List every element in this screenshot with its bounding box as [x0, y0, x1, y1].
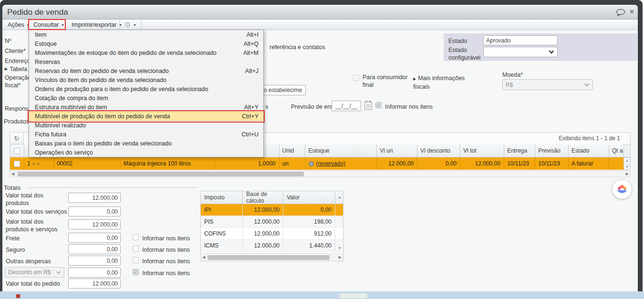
- tax-row-icms[interactable]: ICMS 12.000,00 1.440,00 ▼: [201, 240, 343, 252]
- menu-item-baixas[interactable]: Baixas para o item do pedido de venda se…: [29, 139, 263, 148]
- menu-item-estoque[interactable]: EstoqueAlt+Q: [29, 39, 263, 48]
- row-entrega-cell: 10/11/23: [504, 157, 535, 170]
- mais-informacoes-expander[interactable]: ▶Mais informações fiscais: [413, 73, 474, 91]
- consumidor-final-checkbox[interactable]: [353, 75, 359, 81]
- row-codigo-cell: 00002: [54, 157, 121, 170]
- scroll-left-icon[interactable]: ◀: [202, 256, 205, 259]
- seguro-field[interactable]: 0,00: [68, 244, 121, 254]
- scroll-down-icon[interactable]: ▼: [625, 165, 629, 168]
- header-unid[interactable]: Unid: [280, 144, 306, 157]
- clickup-logo[interactable]: [613, 180, 632, 199]
- select-all-checkbox[interactable]: [14, 148, 20, 154]
- imprimir-exportar-menu-button[interactable]: Imprimir/exportar▾: [68, 20, 125, 30]
- header-estado[interactable]: Estado: [569, 144, 609, 157]
- totais-divider: [27, 187, 198, 188]
- scroll-down-icon[interactable]: ▼: [338, 246, 342, 250]
- row-number-cell: 1 ∧ ∨: [24, 157, 54, 170]
- tax-row-pis[interactable]: PIS 12.000,00 198,00: [201, 216, 343, 228]
- header-qt-a[interactable]: Qt a: [609, 144, 623, 157]
- row-checkbox[interactable]: [14, 161, 20, 167]
- menu-item-reservas[interactable]: Reservas: [29, 57, 263, 66]
- menu-item-multinivel-realizado[interactable]: Multinível realizado: [29, 121, 263, 130]
- menu-item-ordens-producao[interactable]: Ordens de produção para o item do pedido…: [29, 84, 263, 93]
- estabelecimento-field[interactable]: do estabelecime: [258, 85, 306, 95]
- reservado-link[interactable]: (reservado): [316, 160, 345, 167]
- total-produtos-servicos-field[interactable]: 12.000,00: [68, 219, 121, 229]
- scroll-right-icon[interactable]: ▶: [626, 172, 629, 176]
- total-produtos-field[interactable]: 12.000,00: [68, 193, 121, 203]
- chevron-down-icon: [584, 83, 590, 87]
- menu-item-estrutura-multinivel[interactable]: Estrutura multinível do itemAlt+Y: [29, 103, 263, 112]
- table-row[interactable]: 1 ∧ ∨ 00002 Máquina Injetora 100 litros …: [10, 157, 623, 170]
- scroll-left-icon[interactable]: ◀: [11, 172, 14, 176]
- header-entrega[interactable]: Entrega: [504, 144, 535, 157]
- total-servicos-field[interactable]: 0,00: [68, 206, 121, 217]
- title-bar: [2, 5, 638, 20]
- tax-header-imposto[interactable]: Imposto: [201, 191, 243, 204]
- menu-item-reservas-item[interactable]: Reservas do item do pedido de venda sele…: [29, 66, 263, 75]
- table-vertical-scrollbar[interactable]: ▲ ▼: [623, 157, 631, 170]
- estado-configuravel-select[interactable]: [483, 47, 558, 57]
- menu-item-operacoes-servico[interactable]: Operações do serviço: [29, 148, 263, 157]
- numero-label: Nº: [5, 37, 11, 45]
- tax-row-ipi[interactable]: IPI 12.000,00 0,00 ▲: [201, 204, 343, 216]
- header-vl-un[interactable]: Vl un: [377, 144, 417, 157]
- expand-icon: ▶: [413, 77, 416, 81]
- menu-item-ficha-futura[interactable]: Ficha futuraCtrl+U: [29, 130, 263, 139]
- comment-icon[interactable]: [615, 9, 626, 18]
- total-produtos-servicos-label: Valor total dos produtos e serviços: [6, 218, 65, 234]
- check-icon: ✓: [134, 270, 137, 275]
- page-title: Pedido de venda: [7, 8, 68, 17]
- tax-header-base[interactable]: Base de cálculo: [243, 191, 283, 204]
- tabela-label: Tabela: [10, 65, 27, 73]
- scroll-right-icon[interactable]: ▶: [339, 256, 342, 259]
- row-select-cell[interactable]: [10, 157, 24, 170]
- frete-informar-checkbox[interactable]: [133, 234, 139, 240]
- desconto-select[interactable]: Desconto em R$: [5, 267, 64, 278]
- previsao-informar-checkbox[interactable]: ✓: [375, 102, 382, 108]
- menu-item-vinculos[interactable]: Vínculos do item do pedido de venda sele…: [29, 75, 263, 84]
- desconto-field[interactable]: 0,00: [68, 268, 121, 278]
- outras-despesas-label: Outras despesas: [6, 258, 51, 265]
- consultar-menu-button[interactable]: Consultar▾: [30, 20, 68, 30]
- tax-row-cofins[interactable]: COFINS 12.000,00 912,00: [201, 228, 343, 240]
- refresh-button[interactable]: ↻: [10, 132, 24, 144]
- scrollbar-thumb[interactable]: [208, 255, 330, 260]
- scroll-up-icon[interactable]: ▲: [625, 159, 629, 162]
- check-icon: ✓: [376, 103, 380, 108]
- seguro-informar-checkbox[interactable]: [133, 246, 139, 252]
- move-up-icon[interactable]: ∧: [32, 162, 35, 166]
- table-horizontal-scrollbar[interactable]: ◀ ▶: [10, 170, 631, 177]
- header-estoque[interactable]: Estoque: [305, 144, 377, 157]
- close-icon[interactable]: ✕: [629, 8, 634, 15]
- refresh-icon: ↻: [14, 135, 20, 142]
- toolbar-separator: [119, 20, 120, 30]
- tax-horizontal-scrollbar[interactable]: ◀ ▶: [201, 253, 343, 261]
- estado-configuravel-label: Estado configurável: [448, 46, 483, 62]
- desconto-informar-checkbox[interactable]: ✓: [133, 269, 139, 275]
- tax-header-valor[interactable]: Valor: [283, 191, 335, 204]
- header-vl-desconto[interactable]: Vl desconto: [417, 144, 460, 157]
- menu-item-movimentacoes[interactable]: Movimentações de estoque do item do pedi…: [29, 48, 263, 57]
- menu-item-cotacao[interactable]: Cotação de compra do item: [29, 93, 263, 103]
- frete-field[interactable]: 0,00: [68, 233, 121, 243]
- acoes-menu-button[interactable]: Ações▾: [4, 20, 33, 30]
- outras-despesas-field[interactable]: 0,00: [68, 256, 121, 266]
- calendar-icon[interactable]: [364, 102, 372, 110]
- menu-item-multinivel-producao[interactable]: Multinível de produção do item do pedido…: [29, 112, 263, 121]
- total-pedido-field[interactable]: 12.000,00: [68, 278, 121, 289]
- estado-field[interactable]: Aprovado: [483, 35, 558, 45]
- moeda-select[interactable]: R$: [502, 79, 593, 90]
- header-previsao[interactable]: Previsão: [535, 144, 569, 157]
- scrollbar-thumb[interactable]: [18, 172, 304, 176]
- settings-menu-button[interactable]: ⚙ ▾: [121, 20, 139, 30]
- outras-despesas-informar-checkbox[interactable]: [133, 257, 139, 263]
- scroll-up-icon[interactable]: ▲: [338, 195, 342, 199]
- total-pedido-label: Valor total do pedido: [6, 280, 60, 288]
- header-vl-tot[interactable]: Vl tot: [460, 144, 504, 157]
- select-all-cell[interactable]: [10, 144, 24, 157]
- previsao-entrega-field[interactable]: __/__/__: [332, 101, 361, 111]
- move-down-icon[interactable]: ∨: [37, 162, 40, 166]
- tabela-expander[interactable]: ▶ Tabela: [5, 65, 27, 73]
- menu-item-item[interactable]: ItemAlt+I: [29, 30, 263, 39]
